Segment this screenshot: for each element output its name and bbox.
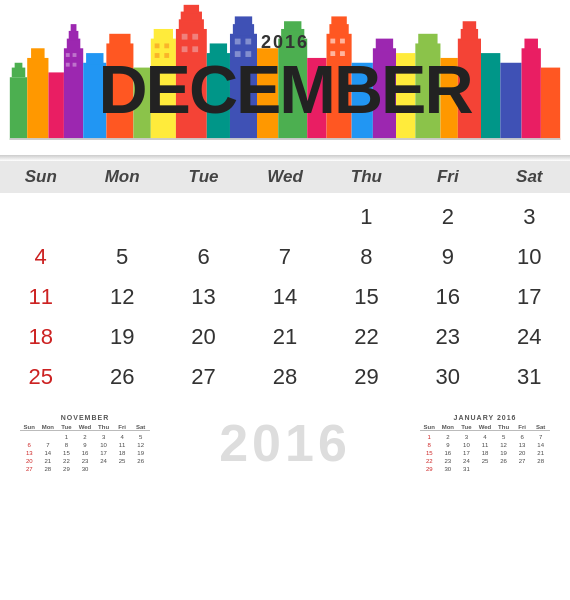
year-watermark: 2016 — [219, 413, 351, 473]
mini-cell: 18 — [113, 449, 132, 457]
cal-cell[interactable]: 5 — [81, 237, 162, 277]
cal-cell[interactable] — [244, 197, 325, 237]
mini-cell: 5 — [131, 433, 150, 441]
cal-cell[interactable]: 22 — [326, 317, 407, 357]
mini-cell: 15 — [420, 449, 439, 457]
mini-cell — [531, 465, 550, 473]
cal-cell[interactable]: 11 — [0, 277, 81, 317]
mini-cell: 25 — [113, 457, 132, 465]
calendar-grid: 1234567891011121314151617181920212223242… — [0, 193, 570, 401]
mini-cell: 27 — [513, 457, 532, 465]
mini-cell: 31 — [457, 465, 476, 473]
cal-cell[interactable]: 30 — [407, 357, 488, 397]
mini-cell: 17 — [94, 449, 113, 457]
cal-cell[interactable]: 14 — [244, 277, 325, 317]
mini-cell: 30 — [76, 465, 95, 473]
cal-cell[interactable]: 10 — [489, 237, 570, 277]
mini-cell: 30 — [439, 465, 458, 473]
cal-cell[interactable]: 19 — [81, 317, 162, 357]
mini-cell: 24 — [94, 457, 113, 465]
prev-month-mini: NOVEMBER Sun Mon Tue Wed Thu Fri Sat 123… — [20, 414, 150, 473]
mini-cell: 24 — [457, 457, 476, 465]
cal-cell[interactable]: 29 — [326, 357, 407, 397]
mini-cell: 1 — [57, 433, 76, 441]
cal-cell[interactable]: 13 — [163, 277, 244, 317]
year-label: 2016 — [261, 32, 309, 53]
mini-cell: 10 — [94, 441, 113, 449]
mini-cell: 5 — [494, 433, 513, 441]
mini-cell: 22 — [420, 457, 439, 465]
cal-cell[interactable]: 20 — [163, 317, 244, 357]
cal-cell[interactable]: 24 — [489, 317, 570, 357]
mini-cell: 21 — [39, 457, 58, 465]
next-mini-headers: Sun Mon Tue Wed Thu Fri Sat — [420, 424, 550, 431]
mini-cell: 2 — [439, 433, 458, 441]
mini-cell: 29 — [57, 465, 76, 473]
mini-cell: 9 — [76, 441, 95, 449]
cal-cell[interactable]: 25 — [0, 357, 81, 397]
calendar-header: 2016 DECEMBER — [0, 0, 570, 155]
cal-cell[interactable]: 27 — [163, 357, 244, 397]
cal-cell[interactable]: 9 — [407, 237, 488, 277]
cal-cell[interactable]: 7 — [244, 237, 325, 277]
mini-cell: 23 — [76, 457, 95, 465]
mini-cell: 3 — [94, 433, 113, 441]
mini-cell: 20 — [20, 457, 39, 465]
cal-cell[interactable]: 8 — [326, 237, 407, 277]
next-month-title: JANUARY 2016 — [420, 414, 550, 421]
day-header-fri: Fri — [407, 167, 488, 187]
mini-cell: 13 — [513, 441, 532, 449]
cal-cell[interactable] — [81, 197, 162, 237]
mini-cell: 22 — [57, 457, 76, 465]
mini-cell — [113, 465, 132, 473]
mini-cell: 27 — [20, 465, 39, 473]
cal-cell[interactable]: 15 — [326, 277, 407, 317]
mini-cell: 21 — [531, 449, 550, 457]
cal-cell[interactable]: 2 — [407, 197, 488, 237]
mini-cell — [494, 465, 513, 473]
footer: NOVEMBER Sun Mon Tue Wed Thu Fri Sat 123… — [0, 405, 570, 479]
cal-cell[interactable]: 21 — [244, 317, 325, 357]
cal-cell[interactable]: 26 — [81, 357, 162, 397]
mini-cell: 1 — [420, 433, 439, 441]
prev-mini-headers: Sun Mon Tue Wed Thu Fri Sat — [20, 424, 150, 431]
mini-cell: 26 — [494, 457, 513, 465]
cal-cell[interactable]: 1 — [326, 197, 407, 237]
cal-cell[interactable]: 4 — [0, 237, 81, 277]
mini-cell: 12 — [494, 441, 513, 449]
cal-cell[interactable]: 18 — [0, 317, 81, 357]
cal-cell[interactable] — [0, 197, 81, 237]
mini-cell: 11 — [113, 441, 132, 449]
mini-cell: 11 — [476, 441, 495, 449]
mini-cell: 9 — [439, 441, 458, 449]
day-header-tue: Tue — [163, 167, 244, 187]
mini-cell: 4 — [476, 433, 495, 441]
mini-cell: 14 — [39, 449, 58, 457]
cal-cell[interactable] — [163, 197, 244, 237]
mini-cell: 14 — [531, 441, 550, 449]
cal-cell[interactable]: 16 — [407, 277, 488, 317]
cal-cell[interactable]: 6 — [163, 237, 244, 277]
mini-cell: 12 — [131, 441, 150, 449]
mini-cell: 18 — [476, 449, 495, 457]
mini-cell: 4 — [113, 433, 132, 441]
cal-cell[interactable]: 12 — [81, 277, 162, 317]
mini-cell: 7 — [39, 441, 58, 449]
month-label: DECEMBER — [98, 55, 471, 123]
cal-cell[interactable]: 31 — [489, 357, 570, 397]
cal-cell[interactable]: 28 — [244, 357, 325, 397]
day-headers-row: Sun Mon Tue Wed Thu Fri Sat — [0, 161, 570, 193]
mini-cell — [476, 465, 495, 473]
cal-cell[interactable]: 17 — [489, 277, 570, 317]
mini-cell: 6 — [20, 441, 39, 449]
cal-cell[interactable]: 23 — [407, 317, 488, 357]
mini-cell: 20 — [513, 449, 532, 457]
mini-cell: 17 — [457, 449, 476, 457]
cal-cell[interactable]: 3 — [489, 197, 570, 237]
mini-cell: 16 — [439, 449, 458, 457]
mini-cell: 15 — [57, 449, 76, 457]
mini-cell: 13 — [20, 449, 39, 457]
mini-cell: 28 — [531, 457, 550, 465]
mini-cell: 8 — [57, 441, 76, 449]
mini-cell: 16 — [76, 449, 95, 457]
